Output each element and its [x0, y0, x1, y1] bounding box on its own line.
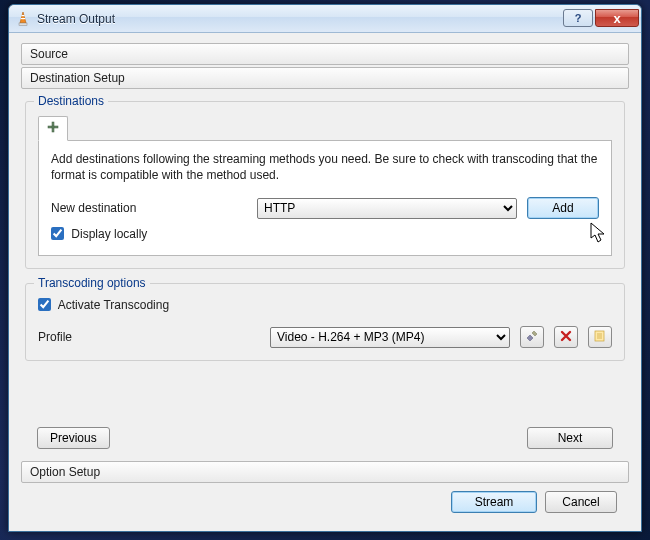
display-locally-checkbox-container[interactable]: Display locally: [51, 227, 147, 241]
next-button[interactable]: Next: [527, 427, 613, 449]
destination-method-select[interactable]: HTTP: [257, 198, 517, 219]
new-profile-button[interactable]: [588, 326, 612, 348]
app-icon: [15, 11, 31, 27]
display-locally-label: Display locally: [71, 227, 147, 241]
new-profile-icon: [593, 329, 607, 346]
svg-rect-2: [22, 15, 25, 16]
add-button[interactable]: Add: [527, 197, 599, 219]
svg-rect-1: [19, 23, 27, 26]
section-destination-setup-label: Destination Setup: [30, 71, 125, 85]
svg-marker-0: [20, 12, 26, 23]
cancel-button-label: Cancel: [562, 495, 599, 509]
close-button[interactable]: x: [595, 9, 639, 27]
destinations-group-title: Destinations: [34, 94, 108, 108]
close-icon: x: [613, 11, 620, 26]
previous-button[interactable]: Previous: [37, 427, 110, 449]
new-destination-label: New destination: [51, 201, 136, 215]
add-button-label: Add: [552, 201, 573, 215]
destinations-hint: Add destinations following the streaming…: [51, 151, 599, 183]
delete-icon: [560, 330, 572, 345]
delete-profile-button[interactable]: [554, 326, 578, 348]
destinations-group: Destinations Add destinations following …: [25, 101, 625, 269]
activate-transcoding-container[interactable]: Activate Transcoding: [38, 298, 169, 312]
window-title: Stream Output: [37, 12, 563, 26]
cancel-button[interactable]: Cancel: [545, 491, 617, 513]
svg-rect-3: [21, 18, 25, 19]
footer: Stream Cancel: [21, 485, 629, 523]
destinations-tabstrip: [38, 116, 612, 141]
display-locally-checkbox[interactable]: [51, 227, 64, 240]
section-source[interactable]: Source: [21, 43, 629, 65]
transcoding-group: Transcoding options Activate Transcoding…: [25, 283, 625, 361]
destinations-panel: Add destinations following the streaming…: [38, 141, 612, 256]
client-area: Source Destination Setup Destinations: [9, 33, 641, 531]
edit-profile-button[interactable]: [520, 326, 544, 348]
section-option-setup[interactable]: Option Setup: [21, 461, 629, 483]
add-destination-tab[interactable]: [38, 116, 68, 141]
activate-transcoding-checkbox[interactable]: [38, 298, 51, 311]
dialog-window: Stream Output ? x Source Destination Set…: [8, 4, 642, 532]
next-button-label: Next: [558, 431, 583, 445]
transcoding-group-title: Transcoding options: [34, 276, 150, 290]
profile-select[interactable]: Video - H.264 + MP3 (MP4): [270, 327, 510, 348]
stream-button-label: Stream: [475, 495, 514, 509]
titlebar[interactable]: Stream Output ? x: [9, 5, 641, 33]
stream-button[interactable]: Stream: [451, 491, 537, 513]
section-option-setup-label: Option Setup: [30, 465, 100, 479]
help-icon: ?: [575, 12, 582, 24]
previous-button-label: Previous: [50, 431, 97, 445]
section-destination-setup[interactable]: Destination Setup: [21, 67, 629, 89]
svg-rect-5: [48, 126, 58, 128]
activate-transcoding-label: Activate Transcoding: [58, 298, 169, 312]
profile-label: Profile: [38, 330, 72, 344]
wrench-icon: [525, 329, 539, 346]
help-button[interactable]: ?: [563, 9, 593, 27]
section-source-label: Source: [30, 47, 68, 61]
nav-row: Previous Next: [21, 421, 629, 455]
plus-icon: [47, 121, 59, 136]
